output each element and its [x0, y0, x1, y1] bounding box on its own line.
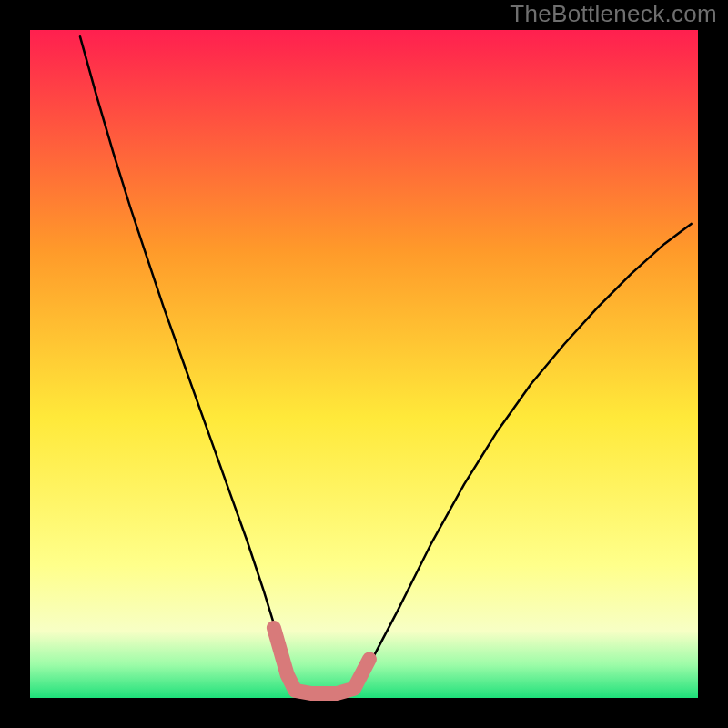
- bottleneck-chart: [0, 0, 728, 728]
- plot-background: [30, 30, 698, 698]
- watermark-text: TheBottleneck.com: [510, 0, 717, 28]
- chart-frame: TheBottleneck.com: [0, 0, 728, 728]
